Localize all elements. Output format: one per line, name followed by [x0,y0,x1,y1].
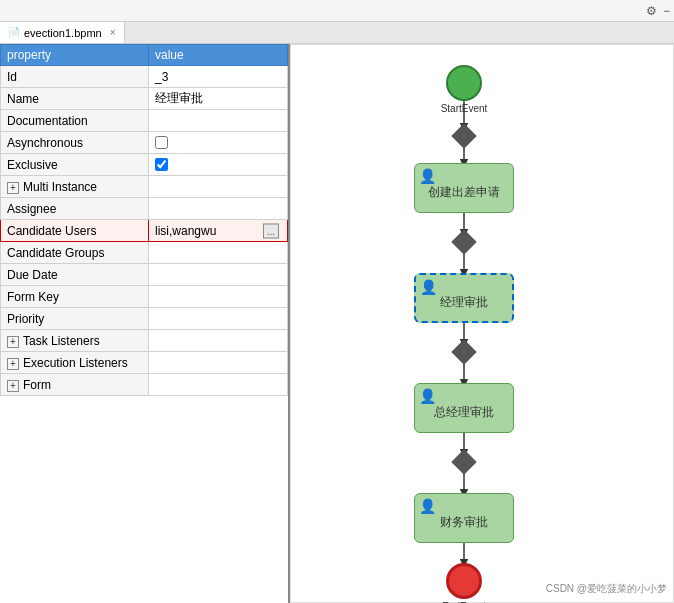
prop-name-candgrp-row: Candidate Groups [1,242,149,264]
task-icon-1: 👤 [419,168,436,184]
ellipsis-btn-canduser-row[interactable]: ... [263,223,279,238]
bpmn-diagram: StartEvent 👤 创建出差申请 👤 经理审批 [290,44,674,603]
prop-row-due-row[interactable]: Due Date [1,264,288,286]
prop-name-async-row: Asynchronous [1,132,149,154]
expand-icon-taskl-row[interactable]: + [7,336,19,348]
task-icon-3: 👤 [419,388,436,404]
top-bar-controls: ⚙ − [646,4,670,18]
prop-name-multi-row: +Multi Instance [1,176,149,198]
properties-table: property value Id_3Name经理审批Documentation… [0,44,288,396]
prop-name-form2-row: +Form [1,374,149,396]
gateway-1[interactable] [451,123,476,148]
prop-value-execl-row [149,352,288,374]
prop-name-excl-row: Exclusive [1,154,149,176]
gateway-3[interactable] [451,339,476,364]
prop-row-prio-row[interactable]: Priority [1,308,288,330]
checkbox-async-row[interactable] [155,136,168,149]
expand-icon-execl-row[interactable]: + [7,358,19,370]
prop-name-doc-row: Documentation [1,110,149,132]
start-event-label: StartEvent [428,103,500,114]
tab-close-icon[interactable]: × [110,27,116,38]
checkbox-excl-row[interactable] [155,158,168,171]
prop-value-form-row [149,286,288,308]
prop-row-assign-row[interactable]: Assignee [1,198,288,220]
main-content: property value Id_3Name经理审批Documentation… [0,44,674,603]
prop-name-assign-row: Assignee [1,198,149,220]
start-event[interactable] [446,65,482,101]
prop-name-form-row: Form Key [1,286,149,308]
gateway-4[interactable] [451,449,476,474]
tab-evection1[interactable]: 📄 evection1.bpmn × [0,22,125,43]
expand-icon-form2-row[interactable]: + [7,380,19,392]
value-text-canduser-row: lisi,wangwu [155,224,216,238]
task-gm-approve[interactable]: 👤 总经理审批 [414,383,514,433]
col-value-header: value [149,45,288,66]
value-text-id-row: _3 [155,70,168,84]
prop-name-taskl-row: +Task Listeners [1,330,149,352]
prop-name-name-row: Name [1,88,149,110]
prop-value-name-row: 经理审批 [149,88,288,110]
prop-name-canduser-row: Candidate Users [1,220,149,242]
expand-icon-multi-row[interactable]: + [7,182,19,194]
prop-row-form2-row[interactable]: +Form [1,374,288,396]
prop-row-multi-row[interactable]: +Multi Instance [1,176,288,198]
prop-name-execl-row: +Execution Listeners [1,352,149,374]
prop-row-execl-row[interactable]: +Execution Listeners [1,352,288,374]
task-manager-label: 经理审批 [440,294,488,311]
task-create-label: 创建出差申请 [428,184,500,201]
prop-row-form-row[interactable]: Form Key [1,286,288,308]
gear-icon[interactable]: ⚙ [646,4,657,18]
prop-row-id-row[interactable]: Id_3 [1,66,288,88]
task-finance-label: 财务审批 [440,514,488,531]
prop-row-name-row[interactable]: Name经理审批 [1,88,288,110]
prop-value-prio-row [149,308,288,330]
prop-row-canduser-row[interactable]: Candidate Userslisi,wangwu... [1,220,288,242]
prop-name-prio-row: Priority [1,308,149,330]
prop-value-async-row [149,132,288,154]
value-text-name-row: 经理审批 [155,91,203,105]
task-finance-approve[interactable]: 👤 财务审批 [414,493,514,543]
prop-value-canduser-row[interactable]: lisi,wangwu... [149,220,288,242]
prop-value-assign-row [149,198,288,220]
watermark: CSDN @爱吃菠菜的小小梦 [546,582,667,596]
prop-value-doc-row [149,110,288,132]
prop-row-candgrp-row[interactable]: Candidate Groups [1,242,288,264]
prop-row-excl-row[interactable]: Exclusive [1,154,288,176]
task-create-trip[interactable]: 👤 创建出差申请 [414,163,514,213]
bpmn-container: StartEvent 👤 创建出差申请 👤 经理审批 [291,45,673,602]
prop-row-async-row[interactable]: Asynchronous [1,132,288,154]
task-manager-approve[interactable]: 👤 经理审批 [414,273,514,323]
task-gm-label: 总经理审批 [434,404,494,421]
prop-name-due-row: Due Date [1,264,149,286]
minimize-icon[interactable]: − [663,4,670,18]
prop-value-candgrp-row [149,242,288,264]
prop-value-taskl-row [149,330,288,352]
prop-row-taskl-row[interactable]: +Task Listeners [1,330,288,352]
gateway-2[interactable] [451,229,476,254]
tab-label: evection1.bpmn [24,27,102,39]
top-bar: ⚙ − [0,0,674,22]
col-property-header: property [1,45,149,66]
prop-value-due-row [149,264,288,286]
prop-value-multi-row [149,176,288,198]
diagram-panel: StartEvent 👤 创建出差申请 👤 经理审批 [290,44,674,603]
task-icon-4: 👤 [419,498,436,514]
prop-row-doc-row[interactable]: Documentation [1,110,288,132]
prop-value-form2-row [149,374,288,396]
prop-value-id-row: _3 [149,66,288,88]
properties-panel: property value Id_3Name经理审批Documentation… [0,44,290,603]
prop-value-excl-row [149,154,288,176]
prop-name-id-row: Id [1,66,149,88]
tab-file-icon: 📄 [8,27,20,38]
tab-bar: 📄 evection1.bpmn × [0,22,674,44]
end-event[interactable] [446,563,482,599]
task-icon-2: 👤 [420,279,437,295]
